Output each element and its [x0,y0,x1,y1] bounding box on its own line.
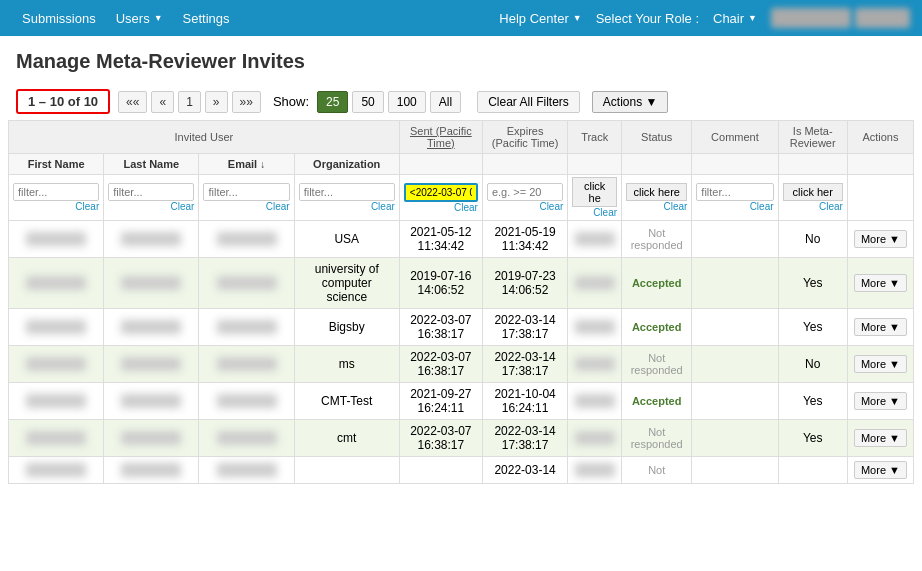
cell-sent: 2022-03-07 16:38:17 [399,420,482,457]
nav-submissions[interactable]: Submissions [12,0,106,36]
table-row: Bigsby2022-03-07 16:38:172022-03-14 17:3… [9,309,914,346]
cell-expires: 2022-03-14 17:38:17 [482,420,567,457]
cell-sent: 2022-03-07 16:38:17 [399,309,482,346]
pagination-info: 1 – 10 of 10 [16,89,110,114]
table-row: university of computer science2019-07-16… [9,258,914,309]
top-navbar: Submissions Users ▼ Settings Help Center… [0,0,922,36]
actions-dropdown-button[interactable]: Actions ▼ [592,91,669,113]
filter-status-clear[interactable]: Clear [626,201,687,212]
cell-expires: 2019-07-23 14:06:52 [482,258,567,309]
show-label: Show: [273,94,309,109]
filter-email-clear[interactable]: Clear [203,201,289,212]
nav-role[interactable]: Chair ▼ [703,0,767,36]
select-role-label: Select Your Role : [596,11,699,26]
cell-actions: More ▼ [847,383,913,420]
col-sent-header[interactable]: Sent (Pacific Time) [399,121,482,154]
cell-sent: 2021-09-27 16:24:11 [399,383,482,420]
filter-org[interactable] [299,183,395,201]
cell-status: Not [622,457,692,484]
cell-actions: More ▼ [847,258,913,309]
show-100[interactable]: 100 [388,91,426,113]
cell-status: Not responded [622,221,692,258]
filter-status-cell: click here Clear [622,175,692,221]
users-caret: ▼ [154,13,163,23]
table-row: 2022-03-14NotMore ▼ [9,457,914,484]
table-row: USA2021-05-12 11:34:422021-05-19 11:34:4… [9,221,914,258]
cell-actions: More ▼ [847,221,913,258]
filter-sent-clear[interactable]: Clear [404,202,478,213]
filter-track-btn[interactable]: click he [572,177,617,207]
clear-all-filters-button[interactable]: Clear All Filters [477,91,580,113]
user-name-blurred [771,8,851,28]
cell-track [568,383,622,420]
invites-table: Invited User Sent (Pacific Time) Expires… [8,120,914,484]
filter-sent-cell: Clear [399,175,482,221]
filter-expires-clear[interactable]: Clear [487,201,563,212]
filter-track-clear[interactable]: Clear [572,207,617,218]
show-all[interactable]: All [430,91,461,113]
filter-meta-cell: click her Clear [778,175,847,221]
role-caret: ▼ [748,13,757,23]
more-button[interactable]: More ▼ [854,230,907,248]
show-25[interactable]: 25 [317,91,348,113]
col-actions-header: Actions [847,121,913,154]
col-organization: Organization [294,154,399,175]
pager-last[interactable]: »» [232,91,261,113]
more-button[interactable]: More ▼ [854,429,907,447]
more-button[interactable]: More ▼ [854,318,907,336]
pager-next[interactable]: » [205,91,228,113]
nav-users[interactable]: Users ▼ [106,0,173,36]
filter-meta-btn[interactable]: click her [783,183,843,201]
more-button[interactable]: More ▼ [854,392,907,410]
col-last-name: Last Name [104,154,199,175]
filter-first-name-clear[interactable]: Clear [13,201,99,212]
cell-status: Accepted [622,258,692,309]
toolbar: 1 – 10 of 10 «« « 1 » »» Show: 25 50 100… [0,83,922,120]
page-title: Manage Meta-Reviewer Invites [0,36,922,83]
filter-org-cell: Clear [294,175,399,221]
filter-email[interactable] [203,183,289,201]
nav-settings[interactable]: Settings [173,0,240,36]
filter-last-name[interactable] [108,183,194,201]
cell-track [568,457,622,484]
more-button[interactable]: More ▼ [854,355,907,373]
filter-last-name-clear[interactable]: Clear [108,201,194,212]
filter-first-name[interactable] [13,183,99,201]
filter-comment[interactable] [696,183,773,201]
filter-last-name-cell: Clear [104,175,199,221]
cell-actions: More ▼ [847,346,913,383]
filter-meta-clear[interactable]: Clear [783,201,843,212]
pager-first[interactable]: «« [118,91,147,113]
cell-track [568,420,622,457]
table-row: CMT-Test2021-09-27 16:24:112021-10-04 16… [9,383,914,420]
filter-actions-cell [847,175,913,221]
cell-status: Not responded [622,420,692,457]
filter-sent[interactable] [404,183,478,202]
pager-prev[interactable]: « [151,91,174,113]
filter-track-cell: click he Clear [568,175,622,221]
cell-actions: More ▼ [847,457,913,484]
col-comment-header: Comment [692,121,778,154]
col-email[interactable]: Email ↓ [199,154,294,175]
filter-expires[interactable] [487,183,563,201]
col-status-header: Status [622,121,692,154]
pager-page[interactable]: 1 [178,91,201,113]
filter-comment-clear[interactable]: Clear [696,201,773,212]
filter-org-clear[interactable]: Clear [299,201,395,212]
more-button[interactable]: More ▼ [854,274,907,292]
nav-help-center[interactable]: Help Center ▼ [489,0,591,36]
cell-actions: More ▼ [847,309,913,346]
cell-status: Accepted [622,383,692,420]
col-is-meta-header: Is Meta-Reviewer [778,121,847,154]
invites-table-wrap: Invited User Sent (Pacific Time) Expires… [0,120,922,484]
cell-track [568,258,622,309]
cell-track [568,221,622,258]
col-track-header: Track [568,121,622,154]
cell-track [568,346,622,383]
more-button[interactable]: More ▼ [854,461,907,479]
filter-status-btn[interactable]: click here [626,183,687,201]
filter-first-name-cell: Clear [9,175,104,221]
email-sort-arrow: ↓ [260,159,265,170]
show-50[interactable]: 50 [352,91,383,113]
actions-caret: ▼ [646,95,658,109]
